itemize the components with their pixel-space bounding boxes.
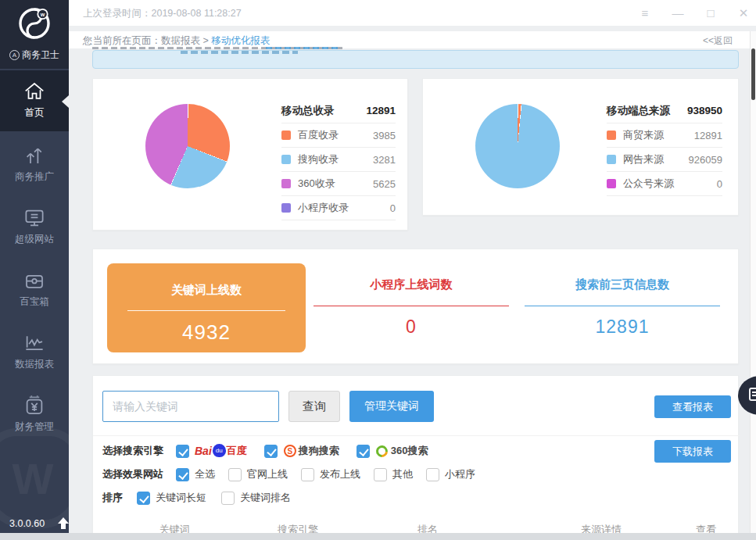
stat-title: 关键词上线数 [107,283,306,298]
watermark-shield: W [0,428,69,528]
legend-item: 公众号来源 0 [607,172,722,196]
checkbox-keyword-length[interactable] [137,492,150,505]
checkbox-360[interactable] [357,445,370,458]
sidebar-item-website[interactable]: 超级网站 [0,197,69,258]
info-banner [92,50,739,69]
legend-title-row: 移动端总来源 938950 [607,98,722,123]
legend-title: 移动总收录 [281,104,335,118]
legend-swatch-official-account [607,179,616,188]
view-report-button[interactable]: 查看报表 [654,395,731,418]
legend-total: 12891 [366,105,396,116]
pie-chart-mobile-inclusion [145,104,230,188]
baidu-bai-text: Bai [195,445,212,457]
legend-item: 搜狗收录 3281 [281,148,396,172]
legend-value: 0 [390,202,396,214]
legend-swatch-sogou [281,155,291,164]
keyword-search-input[interactable] [102,391,279,422]
checkbox-miniprogram[interactable] [426,468,439,481]
breadcrumb: 您当前所在页面：数据报表 > 移动优化报表 [83,34,270,48]
site-option-label: 官网上线 [247,467,288,481]
toolbox-icon [23,269,46,292]
sidebar-item-label: 百宝箱 [0,295,69,309]
stat-miniprogram-words[interactable]: 小程序上线词数 0 [306,277,517,338]
titlebar: 上次登录时间：2019-08-08 11:28:27 ≡ — □ ✕ [69,0,756,26]
download-report-button[interactable]: 下载报表 [654,440,731,463]
sidebar-item-promotion[interactable]: 商务推广 [0,134,69,195]
sort-option-label: 关键词长短 [156,491,206,505]
svg-text:w: w [40,12,45,17]
legend-swatch-trade [607,131,616,140]
breadcrumb-current[interactable]: 移动优化报表 [211,35,270,46]
pie-chart-mobile-source [475,104,560,188]
stat-top3-pages-info[interactable]: 搜索前三页信息数 12891 [517,277,728,338]
checkbox-other[interactable] [374,468,387,481]
sidebar-item-label: 数据报表 [0,358,69,371]
close-icon[interactable]: ✕ [737,6,750,20]
legend-swatch-360 [281,179,291,188]
sidebar-item-toolbox[interactable]: 百宝箱 [0,259,69,320]
legend-item: 小程序收录 0 [281,196,396,220]
legend-swatch-baidu [281,131,291,140]
checkbox-sogou[interactable] [264,445,278,458]
site-option-label: 其他 [392,467,413,481]
query-button[interactable]: 查询 [288,391,340,422]
engine-filter-row: 选择搜索引擎 Bai du 百度 S 搜狗搜索 360搜索 [102,444,428,458]
sidebar-item-reports[interactable]: 数据报表 [0,322,69,383]
version-row: 3.0.0.60 [9,517,69,530]
baidu-logo: Bai du 百度 [195,444,247,458]
sogou-name: 搜狗搜索 [299,444,339,458]
checkbox-publish[interactable] [301,468,314,481]
stat-keywords-online[interactable]: 关键词上线数 4932 [107,263,306,352]
brand-name: 商务卫士 [22,48,59,62]
manage-keywords-button[interactable]: 管理关键词 [349,391,434,422]
legend-label: 360收录 [298,177,335,191]
360-ring-icon [374,442,390,459]
legend-title-row: 移动总收录 12891 [281,98,396,123]
floating-widget-icon [749,388,756,401]
sidebar: w A 商务卫士 首页 商务推广 超级网站 百宝箱 [0,0,69,540]
checkbox-official-site[interactable] [228,468,242,481]
engine-filter-label: 选择搜索引擎 [102,444,163,458]
legend-title: 移动端总来源 [607,104,670,118]
maximize-icon[interactable]: □ [704,6,717,20]
scrollbar-thumb[interactable] [751,48,755,100]
sogou-s-icon: S [284,445,296,457]
baidu-cn-text: 百度 [227,444,247,458]
sidebar-item-home[interactable]: 首页 [0,70,69,131]
version-text: 3.0.0.60 [9,518,45,529]
menu-icon[interactable]: ≡ [639,6,651,20]
sort-filter-label: 排序 [102,491,123,505]
keyword-panel: 查询 管理关键词 查看报表 下载报表 选择搜索引擎 Bai du 百度 S 搜狗… [92,375,739,540]
stat-value: 4932 [107,320,306,345]
floating-widget[interactable] [738,376,756,415]
back-link[interactable]: <<返回 [703,34,733,48]
watermark-w-letter: W [13,453,54,504]
sidebar-item-label: 首页 [0,106,69,120]
legend-value: 5625 [373,178,396,190]
site-filter-row: 选择效果网站 全选 官网上线 发布上线 其他 小程序 [102,467,475,481]
clipped-link-row [266,47,340,49]
promotion-icon [23,144,46,167]
site-option-label: 小程序 [445,467,475,481]
checkbox-keyword-rank[interactable] [221,492,235,505]
legend-label: 商贸来源 [623,128,664,142]
stat-divider [525,306,720,306]
minimize-icon[interactable]: — [672,6,684,20]
app-logo-icon: w [16,5,52,41]
baidu-paw-icon: du [213,444,226,457]
legend-label: 公众号来源 [623,177,674,191]
yen-icon [23,394,46,417]
360-logo: 360搜索 [376,444,428,458]
checkbox-baidu[interactable] [176,445,189,458]
legend-swatch-webad [607,155,616,164]
scrollbar-track[interactable] [750,31,756,533]
legend-mobile-source: 移动端总来源 938950 商贸来源 12891 网告来源 926059 公众号… [607,98,722,196]
update-arrow-icon[interactable] [57,517,69,530]
legend-label: 搜狗收录 [298,152,339,166]
legend-value: 3281 [373,154,396,166]
site-option-label: 发布上线 [320,467,360,481]
legend-value: 3985 [373,130,396,141]
last-login-text: 上次登录时间：2019-08-08 11:28:27 [83,7,242,20]
brand-row: A 商务卫士 [0,48,69,62]
checkbox-select-all[interactable] [176,468,189,481]
